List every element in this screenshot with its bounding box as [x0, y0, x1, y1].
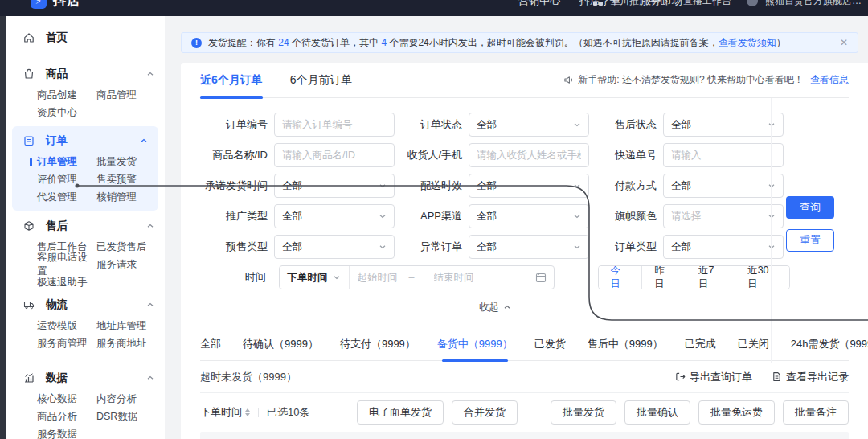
sidebar-item-goods-create[interactable]: 商品创建 — [37, 86, 96, 104]
quick-date-7days[interactable]: 近7日 — [686, 266, 735, 289]
status-tab-aftersale[interactable]: 售后中（9999） — [588, 327, 663, 361]
delivery-sla-select[interactable]: 全部 — [469, 174, 589, 198]
store-name[interactable]: 熊猫百货官方旗舰店… — [765, 0, 862, 8]
pay-method-select[interactable]: 全部 — [663, 174, 784, 198]
calendar-icon[interactable] — [535, 272, 547, 283]
sidebar-group-order-header[interactable]: 订单 — [12, 129, 158, 153]
nav-marketing-center[interactable]: 营销中心 — [518, 0, 560, 8]
sidebar-item-order-manage[interactable]: 订单管理 — [37, 153, 96, 170]
product-input[interactable]: 请输入商品名/ID — [274, 143, 395, 167]
sidebar-item-goods-analysis[interactable]: 商品分析 — [37, 408, 96, 425]
order-status-select[interactable]: 全部 — [469, 113, 589, 137]
presale-type-select[interactable]: 全部 — [274, 235, 395, 259]
sidebar-item-verify-manage[interactable]: 核销管理 — [96, 188, 158, 206]
export-query-orders-link[interactable]: 导出查询订单 — [675, 370, 752, 384]
overtime-row: 超时未发货（9999） 导出查询订单 查看导出记录 — [200, 361, 849, 393]
time-mode-select[interactable]: 下单时间 — [280, 266, 350, 289]
status-tab-preparing[interactable]: 备货中（9999） — [437, 327, 513, 361]
range-separator: – — [409, 272, 415, 283]
overtime-unshipped-tab[interactable]: 超时未发货（9999） — [200, 370, 297, 384]
sidebar-group-logistics-header[interactable]: 物流 — [6, 293, 165, 317]
sidebar-divider — [20, 55, 150, 55]
reset-button[interactable]: 重置 — [786, 229, 834, 252]
order-no-input[interactable]: 请输入订单编号 — [274, 113, 395, 137]
receiver-input[interactable]: 请输入收货人姓名或手机 — [469, 143, 589, 167]
status-tab-closed[interactable]: 已关闭 — [738, 327, 769, 361]
promo-type-select[interactable]: 全部 — [274, 204, 395, 228]
sidebar-item-label: 首页 — [46, 31, 68, 45]
sidebar-item-provider-manage[interactable]: 服务商管理 — [37, 334, 96, 352]
sidebar-item-dropship-manage[interactable]: 代发管理 — [37, 188, 96, 206]
flag-color-select[interactable]: 请选择 — [663, 204, 784, 228]
sidebar-item-fast-refund-helper[interactable]: 极速退助手 — [37, 273, 96, 291]
sidebar-item-service-data[interactable]: 服务数据 — [37, 425, 96, 439]
helper-view-info-link[interactable]: 查看信息 — [810, 73, 849, 87]
status-tab-to-pay[interactable]: 待支付（9999） — [340, 327, 416, 361]
nav-doudian-school[interactable]: 抖店学堂 — [579, 0, 621, 8]
logo-text[interactable]: 抖店 — [53, 0, 80, 10]
sidebar-item-goods-manage[interactable]: 商品管理 — [96, 86, 165, 104]
shipping-notice-link[interactable]: 查看发货须知 — [719, 37, 776, 48]
sidebar-item-content-analysis[interactable]: 内容分析 — [96, 390, 165, 408]
sidebar-item-batch-ship[interactable]: 批量发货 — [96, 153, 158, 170]
status-tab-24h-need-ship[interactable]: 24h需发货（9999） — [791, 327, 868, 361]
sidebar-group-data-header[interactable]: 数据 — [6, 366, 165, 390]
sidebar-item-dsr-data[interactable]: DSR数据 — [96, 408, 165, 425]
active-indicator-bar — [30, 158, 32, 166]
quick-date-today[interactable]: 今日 — [599, 266, 642, 289]
chevron-up-icon[interactable] — [146, 70, 154, 78]
status-tab-completed[interactable]: 已完成 — [685, 327, 716, 361]
sidebar-item-home[interactable]: 首页 — [6, 27, 165, 48]
tracking-no-input[interactable]: 请输入 — [663, 143, 784, 167]
sidebar-group-goods-header[interactable]: 商品 — [6, 62, 165, 86]
status-tab-shipped[interactable]: 已发货 — [534, 327, 566, 361]
nav-service-market[interactable]: 服务市场 — [641, 0, 682, 8]
app-channel-select[interactable]: 全部 — [469, 204, 589, 228]
sidebar-item-service-request[interactable]: 服务请求 — [96, 256, 165, 273]
chevron-up-icon[interactable] — [146, 222, 154, 230]
tab-recent-6-months[interactable]: 近6个月订单 — [200, 63, 263, 98]
chevron-up-icon[interactable] — [146, 374, 154, 382]
order-period-tabs: 近6个月订单 6个月前订单 新手帮助: 还不清楚发货规则? 快来帮助中心看看吧！… — [200, 63, 849, 98]
abnormal-order-select[interactable]: 全部 — [469, 235, 589, 259]
batch-remark-button[interactable]: 批量备注 — [783, 400, 849, 425]
start-time-input[interactable]: 起始时间 — [358, 271, 398, 285]
close-icon[interactable]: ✕ — [840, 37, 848, 48]
sidebar-item-shipped-aftersale[interactable]: 已发货售后 — [96, 238, 165, 256]
sidebar-item-qualification-center[interactable]: 资质中心 — [37, 104, 96, 121]
active-tab-underline — [442, 359, 508, 362]
quick-date-yesterday[interactable]: 昨日 — [641, 266, 686, 289]
e-waybill-ship-button[interactable]: 电子面单发货 — [357, 400, 444, 425]
export-links: 导出查询订单 查看导出记录 — [675, 370, 849, 384]
sidebar-item-sellout-warning[interactable]: 售卖预警 — [96, 170, 158, 188]
aftersale-status-label: 售后状态 — [589, 117, 657, 132]
tab-older-6-months[interactable]: 6个月前订单 — [290, 63, 353, 98]
batch-confirm-button[interactable]: 批量确认 — [624, 400, 690, 425]
chevron-up-icon[interactable] — [146, 301, 154, 309]
aftersale-status-select[interactable]: 全部 — [663, 113, 784, 137]
group-label: 数据 — [46, 371, 68, 385]
sidebar-item-core-data[interactable]: 核心数据 — [37, 390, 96, 408]
sort-by-order-time[interactable]: 下单时间 — [200, 405, 250, 420]
batch-free-shipping-button[interactable]: 批量免运费 — [698, 400, 775, 425]
sidebar-item-freight-template[interactable]: 运费模版 — [37, 317, 96, 334]
sidebar-group-aftersale-header[interactable]: 售后 — [6, 214, 165, 238]
sidebar-item-review-manage[interactable]: 评价管理 — [37, 170, 96, 188]
promise-time-select[interactable]: 全部 — [274, 174, 395, 198]
view-export-records-link[interactable]: 查看导出记录 — [772, 370, 849, 384]
store-avatar[interactable] — [747, 0, 758, 6]
end-time-input[interactable]: 结束时间 — [434, 271, 474, 285]
merge-ship-button[interactable]: 合并发货 — [452, 400, 518, 425]
sidebar-item-service-phone[interactable]: 客服电话设置 — [37, 256, 96, 273]
status-tab-to-confirm[interactable]: 待确认（9999） — [243, 327, 318, 361]
doudian-logo-icon[interactable]: ⚡ — [31, 0, 47, 9]
status-tab-all[interactable]: 全部 — [200, 327, 221, 361]
order-type-select[interactable]: 全部 — [663, 235, 784, 259]
collapse-toggle[interactable]: 收起 — [200, 297, 790, 317]
batch-ship-button[interactable]: 批量发货 — [551, 400, 616, 425]
query-button[interactable]: 查询 — [786, 196, 834, 219]
chevron-up-icon[interactable] — [140, 137, 148, 145]
header-live-workbench[interactable]: 直播工作台 — [683, 0, 731, 8]
sidebar-item-address-library[interactable]: 地址库管理 — [96, 317, 165, 334]
sidebar-item-provider-address[interactable]: 服务商地址 — [96, 334, 165, 352]
